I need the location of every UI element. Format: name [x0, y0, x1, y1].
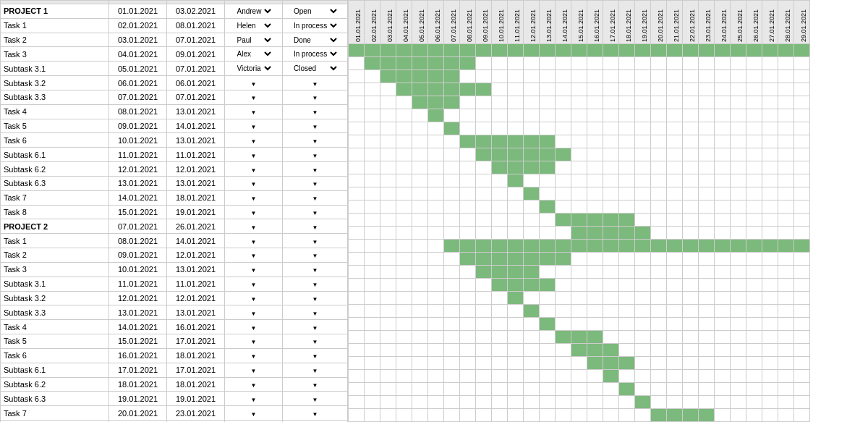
status-cell[interactable]: OpenIn processDoneClosed — [283, 47, 348, 62]
assigned-cell[interactable]: ▼ — [225, 104, 283, 119]
status-cell[interactable]: ▼ — [283, 104, 348, 119]
status-cell[interactable]: ▼ — [283, 291, 348, 305]
assigned-cell[interactable]: ▼ — [225, 348, 283, 363]
assigned-select[interactable]: AndrewHelenPaulAlexVictoria — [234, 7, 273, 16]
status-cell[interactable]: ▼ — [283, 248, 348, 263]
assigned-cell[interactable]: ▼ — [225, 148, 283, 162]
status-cell[interactable]: ▼ — [283, 305, 348, 320]
start-date-cell: 05.01.2021 — [109, 62, 167, 76]
assigned-cell[interactable]: ▼ — [225, 262, 283, 277]
status-cell[interactable]: ▼ — [283, 234, 348, 248]
status-cell[interactable]: ▼ — [283, 205, 348, 219]
gantt-cell — [651, 135, 667, 148]
status-cell[interactable]: ▼ — [283, 219, 348, 234]
status-select[interactable]: OpenIn processDoneClosed — [291, 64, 339, 73]
assigned-cell[interactable]: ▼ — [225, 392, 283, 406]
start-date-cell: 04.01.2021 — [109, 47, 167, 62]
status-cell[interactable]: ▼ — [283, 148, 348, 162]
gantt-cell — [619, 409, 635, 422]
assigned-cell[interactable]: AndrewHelenPaulAlexVictoria — [225, 4, 283, 19]
assigned-cell[interactable]: AndrewHelenPaulAlexVictoria — [225, 62, 283, 76]
assigned-cell[interactable]: ▼ — [225, 90, 283, 104]
status-cell[interactable]: ▼ — [283, 133, 348, 148]
assigned-cell[interactable]: ▼ — [225, 277, 283, 291]
status-cell[interactable]: ▼ — [283, 406, 348, 421]
assigned-select[interactable]: AndrewHelenPaulAlexVictoria — [234, 49, 273, 59]
status-cell[interactable]: ▼ — [283, 277, 348, 291]
assigned-cell[interactable]: ▼ — [225, 248, 283, 263]
assigned-cell[interactable]: ▼ — [225, 162, 283, 177]
status-cell[interactable]: ▼ — [283, 334, 348, 349]
assigned-cell[interactable]: ▼ — [225, 377, 283, 392]
gantt-cell — [571, 96, 587, 109]
status-select[interactable]: OpenIn processDoneClosed — [291, 49, 339, 59]
assigned-cell[interactable]: ▼ — [225, 406, 283, 421]
status-cell[interactable]: ▼ — [283, 348, 348, 363]
gantt-cell — [762, 96, 778, 109]
gantt-cell — [778, 344, 794, 357]
assigned-cell[interactable]: AndrewHelenPaulAlexVictoria — [225, 18, 283, 33]
assigned-cell[interactable]: ▼ — [225, 363, 283, 377]
status-cell[interactable]: ▼ — [283, 190, 348, 205]
status-cell[interactable]: ▼ — [283, 320, 348, 334]
gantt-cell — [380, 409, 396, 422]
status-cell[interactable]: ▼ — [283, 90, 348, 104]
status-select[interactable]: OpenIn processDoneClosed — [291, 21, 339, 30]
assigned-cell[interactable]: AndrewHelenPaulAlexVictoria — [225, 47, 283, 62]
status-cell[interactable]: ▼ — [283, 377, 348, 392]
gantt-cell — [683, 253, 699, 266]
gantt-cell — [365, 161, 380, 174]
assigned-cell[interactable]: ▼ — [225, 76, 283, 90]
gantt-cell — [731, 383, 746, 396]
status-cell[interactable]: ▼ — [283, 262, 348, 277]
task-name-cell: Task 4 — [1, 320, 109, 334]
assigned-cell[interactable]: ▼ — [225, 190, 283, 205]
status-cell[interactable]: ▼ — [283, 392, 348, 406]
assigned-cell[interactable]: ▼ — [225, 334, 283, 349]
status-cell[interactable]: OpenIn processDoneClosed — [283, 33, 348, 47]
status-cell[interactable]: ▼ — [283, 176, 348, 190]
assigned-cell[interactable]: AndrewHelenPaulAlexVictoria — [225, 33, 283, 47]
gantt-cell — [524, 279, 540, 292]
assigned-cell[interactable]: ▼ — [225, 305, 283, 320]
assigned-select[interactable]: AndrewHelenPaulAlexVictoria — [234, 21, 273, 30]
assigned-cell[interactable]: ▼ — [225, 133, 283, 148]
gantt-cell — [365, 227, 380, 240]
status-cell[interactable]: ▼ — [283, 119, 348, 133]
status-select[interactable]: OpenIn processDoneClosed — [291, 35, 339, 45]
assigned-cell[interactable]: ▼ — [225, 176, 283, 190]
assigned-cell[interactable]: ▼ — [225, 320, 283, 334]
assigned-cell[interactable]: ▼ — [225, 234, 283, 248]
assigned-cell[interactable]: ▼ — [225, 119, 283, 133]
task-name-cell: PROJECT 2 — [1, 219, 109, 234]
status-cell[interactable]: OpenIn processDoneClosed — [283, 4, 348, 19]
gantt-cell — [699, 331, 715, 344]
status-select[interactable]: OpenIn processDoneClosed — [291, 7, 339, 16]
gantt-cell — [715, 122, 731, 135]
gantt-cell — [746, 122, 762, 135]
gantt-cell — [571, 318, 587, 331]
gantt-cell — [396, 396, 412, 409]
status-cell[interactable]: ▼ — [283, 162, 348, 177]
assigned-select[interactable]: AndrewHelenPaulAlexVictoria — [234, 35, 273, 45]
left-table: PROJECT 101.01.202103.02.2021AndrewHelen… — [0, 0, 348, 422]
status-cell[interactable]: ▼ — [283, 363, 348, 377]
assigned-cell[interactable]: ▼ — [225, 219, 283, 234]
gantt-row — [349, 383, 810, 396]
gantt-cell — [667, 135, 683, 148]
gantt-date-header: 24.01.2021 — [715, 1, 731, 44]
gantt-cell — [380, 370, 396, 383]
assigned-cell[interactable]: ▼ — [225, 205, 283, 219]
table-row: Subtask 6.319.01.202119.01.2021 ▼ ▼ — [1, 392, 348, 406]
start-date-cell: 16.01.2021 — [109, 348, 167, 363]
assigned-select[interactable]: AndrewHelenPaulAlexVictoria — [234, 64, 273, 73]
status-cell[interactable]: ▼ — [283, 76, 348, 90]
gantt-cell — [524, 57, 540, 70]
status-cell[interactable]: OpenIn processDoneClosed — [283, 18, 348, 33]
gantt-cell — [460, 331, 476, 344]
task-name-cell: Subtask 6.1 — [1, 148, 109, 162]
status-cell[interactable]: OpenIn processDoneClosed — [283, 62, 348, 76]
assigned-cell[interactable]: ▼ — [225, 291, 283, 305]
gantt-cell — [778, 57, 794, 70]
gantt-cell — [444, 409, 460, 422]
